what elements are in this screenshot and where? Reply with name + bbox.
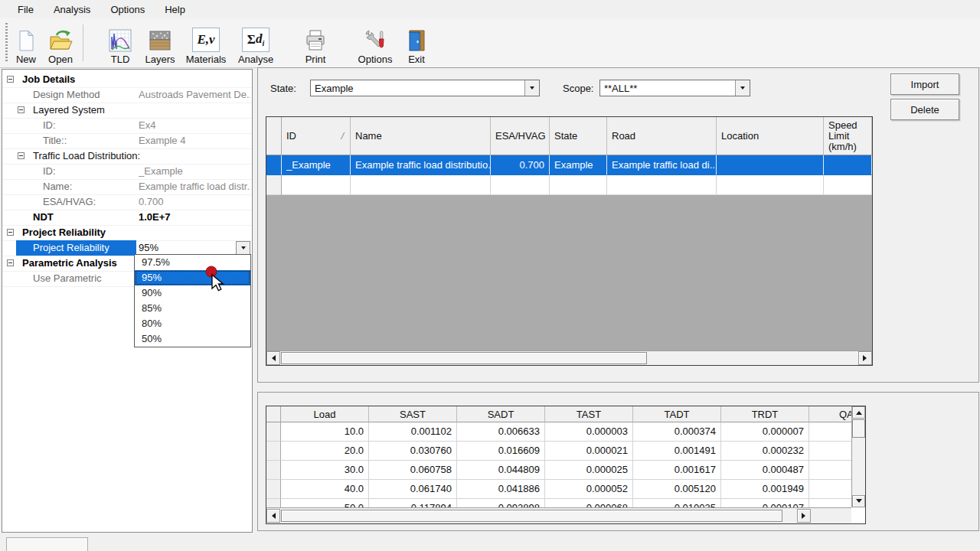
- column-header-road[interactable]: Road: [607, 117, 717, 155]
- collapse-minus-icon[interactable]: [18, 152, 24, 159]
- row-selector[interactable]: [266, 442, 281, 461]
- cell-road[interactable]: Example traffic load di...: [607, 155, 717, 175]
- reliability-option-50[interactable]: 50%: [135, 331, 250, 347]
- cell-trdt[interactable]: 0.000232: [721, 442, 809, 461]
- cell-tadt[interactable]: 0.010035: [633, 499, 721, 507]
- cell-location[interactable]: [717, 175, 824, 195]
- row-selector[interactable]: [266, 422, 281, 442]
- import-button[interactable]: Import: [890, 73, 959, 95]
- tree-row-title[interactable]: Title::Example 4: [2, 133, 252, 149]
- cell-load[interactable]: 10.0: [281, 422, 369, 442]
- vertical-scrollbar[interactable]: [851, 406, 865, 507]
- scroll-left-button[interactable]: [266, 351, 280, 365]
- cell-sast[interactable]: 0.001102: [369, 422, 457, 442]
- tree-row-id[interactable]: ID:Ex4: [2, 118, 252, 134]
- cell-tadt[interactable]: 0.001617: [633, 461, 721, 480]
- cell-load[interactable]: 20.0: [281, 442, 369, 461]
- cell-sadt[interactable]: 0.006633: [457, 422, 545, 442]
- cell-trdt[interactable]: 0.001949: [721, 480, 809, 499]
- tree-row-ndt[interactable]: NDT1.0E+7: [2, 210, 252, 226]
- chevron-down-icon[interactable]: [524, 80, 539, 96]
- column-header-location[interactable]: Location: [717, 117, 824, 155]
- column-header-state[interactable]: State: [550, 117, 607, 155]
- row-selector[interactable]: [266, 461, 281, 480]
- load-row-30.0[interactable]: 30.00.0607580.0448090.0000250.0016170.00…: [266, 461, 851, 480]
- toolbar-button-exit[interactable]: Exit: [400, 21, 433, 65]
- tld-row-empty[interactable]: [266, 175, 872, 195]
- chevron-down-icon[interactable]: [735, 80, 750, 96]
- menu-file[interactable]: File: [8, 2, 44, 18]
- menu-help[interactable]: Help: [155, 2, 195, 18]
- cell-sadt[interactable]: 0.044809: [457, 461, 545, 480]
- toolbar-button-tld[interactable]: TLD: [103, 21, 138, 65]
- cell-tast[interactable]: 0.000021: [545, 442, 633, 461]
- cell-trdt[interactable]: 0.000007: [721, 422, 809, 442]
- column-header-sast[interactable]: SAST: [369, 406, 457, 422]
- cell-name[interactable]: [351, 175, 491, 195]
- cell-state[interactable]: Example: [550, 155, 607, 175]
- row-selector[interactable]: [266, 480, 281, 499]
- reliability-combo-button[interactable]: [236, 241, 250, 255]
- scroll-right-button[interactable]: [858, 351, 872, 365]
- cell-state[interactable]: [550, 175, 607, 195]
- cell-load[interactable]: 30.0: [281, 461, 369, 480]
- cell-tast[interactable]: 0.000025: [545, 461, 633, 480]
- cell-load[interactable]: 40.0: [281, 480, 369, 499]
- cell-tast[interactable]: 0.000068: [545, 499, 633, 507]
- toolbar-button-new[interactable]: New: [11, 21, 41, 65]
- cell-qadt[interactable]: [809, 499, 851, 507]
- cell-qadt[interactable]: [809, 422, 851, 442]
- cell-esa-hvag[interactable]: [491, 175, 550, 195]
- cell-sast[interactable]: 0.030760: [369, 442, 457, 461]
- cell-road[interactable]: [607, 175, 717, 195]
- cell-id[interactable]: [282, 175, 351, 195]
- cell-trdt[interactable]: 0.000487: [721, 461, 809, 480]
- tree-value[interactable]: 95%: [139, 240, 250, 256]
- tree-row-name[interactable]: Name:Example traffic load distr...: [2, 179, 252, 195]
- tree-row-layered-system[interactable]: Layered System: [2, 103, 252, 119]
- scroll-up-button[interactable]: [852, 406, 865, 419]
- column-header-sadt[interactable]: SADT: [457, 406, 545, 422]
- cell-tadt[interactable]: 0.000374: [633, 422, 721, 442]
- cell-qadt[interactable]: [809, 442, 851, 461]
- row-selector-header[interactable]: [266, 117, 282, 155]
- tree-row-id[interactable]: ID:_Example: [2, 164, 252, 180]
- scrollbar-thumb[interactable]: [852, 419, 865, 438]
- column-header-trdt[interactable]: TRDT: [721, 406, 809, 422]
- cell-speed-limit-km-h[interactable]: [824, 175, 872, 195]
- scroll-down-button[interactable]: [852, 495, 865, 507]
- cell-tast[interactable]: 0.000003: [545, 422, 633, 442]
- row-selector[interactable]: [266, 155, 282, 175]
- horizontal-scrollbar[interactable]: [266, 350, 872, 365]
- toolbar-button-layers[interactable]: Layers: [139, 21, 181, 65]
- cell-esa-hvag[interactable]: 0.700: [491, 155, 550, 175]
- load-row-10.0[interactable]: 10.00.0011020.0066330.0000030.0003740.00…: [266, 422, 851, 442]
- row-selector[interactable]: [266, 499, 281, 507]
- column-header-esa-hvag[interactable]: ESA/HVAG: [491, 117, 550, 155]
- cell-location[interactable]: [717, 155, 824, 175]
- cell-name[interactable]: Example traffic load distributio...: [351, 155, 491, 175]
- load-row-50.0[interactable]: 50.00.1178940.0928980.0000680.0100350.00…: [266, 499, 851, 507]
- cell-tadt[interactable]: 0.001491: [633, 442, 721, 461]
- load-row-20.0[interactable]: 20.00.0307600.0166090.0000210.0014910.00…: [266, 442, 851, 461]
- cell-sast[interactable]: 0.060758: [369, 461, 457, 480]
- cell-trdt[interactable]: 0.000107: [721, 499, 809, 507]
- collapse-minus-icon[interactable]: [7, 259, 14, 266]
- toolbar-button-print[interactable]: Print: [294, 21, 337, 65]
- tree-row-job-details[interactable]: Job Details: [2, 72, 252, 88]
- state-select[interactable]: Example: [310, 80, 540, 96]
- load-row-40.0[interactable]: 40.00.0617400.0418860.0000520.0051200.00…: [266, 480, 851, 499]
- cell-sast[interactable]: 0.061740: [369, 480, 457, 499]
- cell-sadt[interactable]: 0.041886: [457, 480, 545, 499]
- tree-row-traffic-load-distribution[interactable]: Traffic Load Distribution:: [2, 148, 252, 165]
- cell-qadt[interactable]: [809, 480, 851, 499]
- cell-id[interactable]: _Example: [282, 155, 351, 175]
- row-selector-header[interactable]: [266, 406, 281, 422]
- reliability-option-85[interactable]: 85%: [135, 301, 250, 316]
- cell-sast[interactable]: 0.117894: [369, 499, 457, 507]
- column-header-load[interactable]: Load: [281, 406, 369, 422]
- menu-analysis[interactable]: Analysis: [44, 2, 100, 18]
- reliability-option-80[interactable]: 80%: [135, 316, 250, 331]
- cell-qadt[interactable]: [809, 461, 851, 480]
- cell-sadt[interactable]: 0.092898: [457, 499, 545, 507]
